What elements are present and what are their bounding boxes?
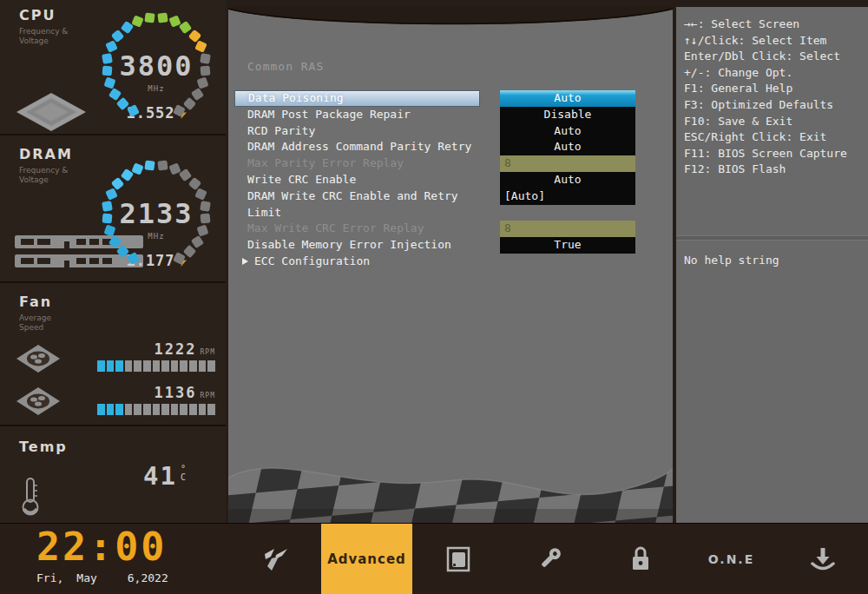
settings-row[interactable]: Max Write CRC Error Replay 8	[234, 221, 644, 237]
gauge-segment	[201, 214, 211, 224]
celsius-symbol: C	[181, 473, 186, 482]
settings-label: Data Poisoning	[234, 90, 480, 107]
settings-label: DRAM Write CRC Enable and Retry Limit	[234, 188, 480, 221]
settings-value[interactable]: Auto	[500, 123, 635, 140]
settings-label: ECC Configuration	[234, 254, 480, 270]
cpu-subtitle: Frequency & Voltage	[19, 27, 68, 46]
date-day: Fri,	[36, 571, 63, 584]
biostar-racing-logo-icon	[259, 542, 293, 577]
date-display: Fri, May 6,2022	[36, 571, 184, 584]
tab-advanced-label: Advanced	[327, 551, 406, 567]
help-string: No help string	[684, 254, 779, 267]
settings-value[interactable]: Auto	[500, 172, 635, 188]
top-curve-decoration	[228, 6, 673, 32]
fan2-icon	[16, 386, 61, 416]
fan-bar-segment	[189, 404, 197, 415]
fan-bar-segment	[115, 404, 123, 415]
gauge-segment	[102, 201, 113, 212]
gauge-segment	[145, 12, 155, 23]
fan-bar-segment	[171, 360, 179, 372]
settings-value[interactable]: 8	[500, 221, 635, 237]
settings-row[interactable]: DRAM Post Package Repair Disable	[234, 107, 644, 123]
fan-bar-segment	[207, 404, 215, 415]
settings-label: DRAM Address Command Parity Retry	[234, 139, 480, 155]
gauge-segment	[102, 66, 112, 76]
gauge-segment	[200, 53, 211, 64]
fan-bar-segment	[161, 404, 169, 415]
settings-row[interactable]: Disable Memory Error Injection True	[234, 237, 644, 254]
settings-label: Write CRC Enable	[234, 172, 480, 188]
fan-bar-segment	[97, 404, 105, 415]
cpu-voltage: 1.552	[100, 104, 213, 122]
settings-value[interactable]: 8	[500, 155, 635, 172]
fan-bar-segment	[180, 360, 187, 372]
fan1-icon	[16, 344, 61, 373]
chipset-icon	[445, 545, 471, 573]
fan-monitor-section: Fan Average Speed 1222 RPM	[0, 283, 226, 426]
dram-subtitle: Frequency & Voltage	[19, 166, 68, 185]
help-key-line: F3: Optimized Defaults	[684, 97, 868, 114]
gauge-segment	[179, 168, 192, 181]
hardware-monitor-sidebar: CPU Frequency & Voltage 3800 MHz 1.552 D…	[0, 0, 226, 523]
settings-row[interactable]: Max Parity Error Replay 8	[234, 155, 644, 172]
fan1-speed-bar	[97, 360, 215, 372]
settings-label: RCD Parity	[234, 123, 480, 140]
settings-row[interactable]: RCD Parity Auto	[234, 123, 644, 140]
fan-bar-segment	[134, 404, 141, 415]
dram-monitor-section: DRAM Frequency & Voltage 2133 MHz	[0, 135, 226, 283]
fan-bar-segment	[97, 360, 105, 372]
temp-title: Temp	[19, 439, 68, 455]
settings-value[interactable]: Disable	[500, 107, 635, 123]
download-exit-icon	[808, 544, 838, 574]
tab-tweaker[interactable]	[503, 524, 595, 594]
help-key-line: ESC/Right Click: Exit	[684, 129, 868, 146]
gauge-segment	[145, 160, 155, 170]
gauge-segment	[102, 214, 112, 224]
fan-bar-segment	[161, 360, 169, 372]
fan2-speed-bar	[97, 404, 215, 415]
tab-save-exit[interactable]	[777, 524, 868, 594]
lock-icon	[628, 545, 654, 573]
fan2-rpm-unit: RPM	[201, 392, 215, 399]
gauge-segment	[179, 20, 192, 33]
settings-row[interactable]: Write CRC Enable Auto	[234, 172, 644, 188]
settings-value[interactable]: Auto	[500, 139, 635, 155]
settings-value[interactable]: Auto	[500, 90, 635, 107]
settings-row[interactable]: DRAM Write CRC Enable and Retry Limit [A…	[234, 188, 644, 221]
help-key-line: Enter/Dbl Click: Select	[684, 49, 868, 65]
settings-row[interactable]: Data Poisoning Auto	[234, 90, 644, 107]
tab-advanced[interactable]: Advanced	[321, 524, 412, 594]
fan-bar-segment	[125, 360, 133, 372]
settings-value[interactable]: True	[500, 237, 635, 254]
settings-row[interactable]: ECC Configuration	[234, 254, 644, 270]
fan1-readout: 1222 RPM	[97, 340, 215, 372]
dram-frequency-value: 2133	[100, 199, 213, 228]
tab-chipset[interactable]	[412, 524, 503, 594]
date-month: May	[76, 571, 96, 584]
gauge-segment	[201, 66, 211, 76]
cpu-frequency-value: 3800	[100, 51, 213, 81]
gauge-segment	[157, 160, 168, 170]
temp-readout: 41 ° C	[143, 463, 186, 489]
cpu-frequency-gauge: 3800 MHz 1.552	[100, 10, 213, 123]
fan-bar-segment	[153, 404, 161, 415]
fan-subtitle: Average Speed	[19, 314, 51, 333]
dram-voltage: 1.177	[100, 252, 213, 269]
tab-security[interactable]	[595, 524, 686, 594]
settings-label: Disable Memory Error Injection	[234, 237, 480, 254]
help-key-line: +/-: Change Opt.	[684, 65, 868, 82]
fan2-readout: 1136 RPM	[97, 384, 215, 415]
gauge-segment	[102, 53, 113, 64]
gauge-segment	[132, 162, 144, 175]
bottom-navigation-bar: 22:00 Fri, May 6,2022 Advanced	[0, 523, 868, 594]
section-title: Common RAS	[247, 60, 324, 73]
tab-home-logo[interactable]	[230, 524, 321, 594]
settings-value[interactable]: [Auto]	[500, 188, 635, 205]
fan2-rpm-value: 1136	[155, 384, 197, 401]
tab-one[interactable]: O.N.E	[686, 524, 777, 594]
fan-bar-segment	[207, 360, 215, 372]
settings-row[interactable]: DRAM Address Command Parity Retry Auto	[234, 139, 644, 155]
dram-title: DRAM	[19, 146, 73, 162]
help-key-line: ↑↓/Click: Select Item	[684, 33, 868, 50]
help-key-line: F11: BIOS Screen Capture	[684, 146, 868, 162]
